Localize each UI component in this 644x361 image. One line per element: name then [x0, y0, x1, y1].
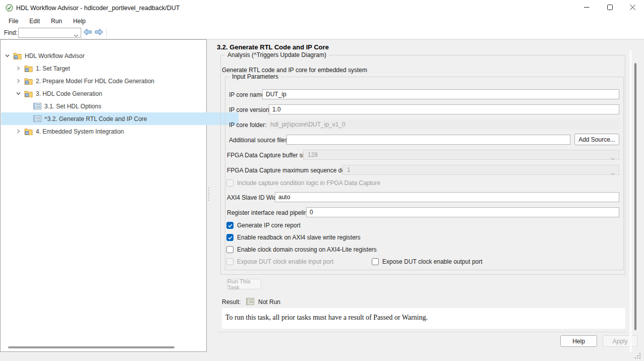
checkbox-expose-clock-output[interactable] — [372, 258, 379, 265]
workflow-folder-icon — [24, 78, 33, 85]
menu-file[interactable]: File — [3, 17, 24, 26]
find-previous-button[interactable] — [82, 28, 93, 37]
checkbox-generate-ip-core-report[interactable] — [226, 222, 233, 229]
task-description: Generate RTL code and IP core for embedd… — [222, 67, 367, 74]
tree-item-set-hdl-options[interactable]: 3.1. Set HDL Options — [1, 100, 239, 112]
additional-source-files-input[interactable] — [286, 135, 570, 145]
forward-arrow-icon — [94, 28, 104, 37]
close-icon — [630, 5, 635, 12]
vertical-scrollbar-thumb[interactable] — [634, 63, 636, 330]
menu-run[interactable]: Run — [45, 17, 68, 26]
maximize-icon — [607, 5, 613, 12]
tree-item-label: 3. HDL Code Generation — [36, 90, 102, 97]
maximize-button[interactable] — [598, 0, 621, 16]
chevron-down-icon[interactable] — [4, 53, 10, 59]
apply-button: Apply — [603, 335, 637, 347]
title-bar: HDL Workflow Advisor - hdlcoder_portleve… — [0, 0, 644, 16]
checkbox-expose-clock-input — [226, 258, 233, 265]
chevron-right-icon[interactable] — [15, 129, 21, 135]
resize-grip-icon[interactable] — [634, 352, 641, 360]
enable-clock-domain-crossing-label: Enable clock domain crossing on AXI4-Lit… — [237, 246, 377, 253]
window-title: HDL Workflow Advisor - hdlcoder_portleve… — [16, 5, 180, 12]
fpga-max-sequence-depth-combobox: 1 — [342, 165, 619, 175]
workflow-folder-icon — [13, 52, 22, 59]
tree-item-label: 1. Set Target — [36, 65, 70, 72]
tree-item-label: ^3.2. Generate RTL Code and IP Core — [44, 115, 147, 123]
find-next-button[interactable] — [94, 28, 104, 37]
tree-item-label: HDL Workflow Advisor — [25, 52, 85, 59]
additional-source-files-label: Additional source files: — [229, 137, 289, 144]
expose-clock-input-row: Expose DUT clock enable input port — [226, 258, 333, 265]
minimize-button[interactable] — [575, 0, 598, 16]
footer-separator — [217, 332, 626, 332]
task-message-text: To run this task, all prior tasks must h… — [225, 314, 428, 322]
ip-core-folder-value: hdl_prj\ipcore\DUT_ip_v1_0 — [266, 119, 619, 130]
ip-core-version-label: IP core version: — [229, 106, 271, 113]
expose-clock-output-row[interactable]: Expose DUT clock enable output port — [372, 258, 483, 265]
task-list-icon — [33, 103, 41, 109]
minimize-icon — [584, 5, 590, 12]
find-combobox[interactable] — [18, 28, 81, 38]
chevron-down-icon[interactable] — [74, 32, 79, 39]
ip-core-name-input[interactable] — [262, 89, 619, 99]
close-button[interactable] — [621, 0, 644, 16]
enable-readback-row[interactable]: Enable readback on AXI4 slave write regi… — [226, 234, 361, 241]
checkbox-include-capture-condition — [226, 179, 233, 187]
run-this-task-button: Run This Task — [227, 279, 261, 289]
input-parameters-legend: Input Parameters — [229, 73, 281, 80]
enable-clock-domain-crossing-row[interactable]: Enable clock domain crossing on AXI4-Lit… — [226, 246, 377, 253]
ip-core-version-input[interactable] — [269, 104, 619, 114]
tree-item-label: 4. Embedded System Integration — [36, 128, 124, 135]
add-source-button[interactable]: Add Source... — [574, 134, 619, 145]
tree-item-embedded-system-integration[interactable]: 4. Embedded System Integration — [1, 125, 220, 138]
chevron-down-icon[interactable] — [15, 91, 21, 97]
workflow-folder-icon — [24, 90, 33, 97]
workflow-tree-panel: HDL Workflow Advisor 1. Set Target 2. Pr… — [0, 39, 207, 352]
result-label: Result: — [222, 298, 241, 306]
generate-ip-core-report-row[interactable]: Generate IP core report — [226, 222, 301, 229]
fpga-buffer-size-combobox: 128 — [303, 150, 619, 160]
include-capture-condition-row: Include capture condition logic in FPGA … — [226, 179, 380, 187]
back-arrow-icon — [83, 28, 92, 37]
include-capture-condition-label: Include capture condition logic in FPGA … — [237, 179, 380, 187]
enable-readback-label: Enable readback on AXI4 slave write regi… — [237, 234, 361, 241]
tree-item-root[interactable]: HDL Workflow Advisor — [1, 49, 209, 62]
fpga-buffer-size-value: 128 — [308, 151, 318, 158]
workflow-folder-icon — [24, 65, 33, 72]
fpga-buffer-size-label: FPGA Data Capture buffer size: — [227, 152, 312, 159]
expose-clock-output-label: Expose DUT clock enable output port — [382, 258, 483, 265]
tree-item-prepare-model[interactable]: 2. Prepare Model For HDL Code Generation — [1, 75, 220, 87]
fpga-max-sequence-depth-value: 1 — [347, 166, 350, 173]
checkbox-enable-readback[interactable] — [226, 234, 233, 241]
app-icon — [5, 4, 14, 14]
tree-item-label: 2. Prepare Model For HDL Code Generation — [36, 78, 154, 85]
menu-edit[interactable]: Edit — [24, 17, 45, 26]
tree-item-set-target[interactable]: 1. Set Target — [1, 62, 220, 75]
horizontal-scrollbar-thumb[interactable] — [8, 346, 174, 348]
chevron-right-icon[interactable] — [15, 78, 21, 84]
tree-item-hdl-code-generation[interactable]: 3. HDL Code Generation — [1, 87, 220, 100]
find-input[interactable] — [20, 29, 74, 38]
toolbar-separator — [106, 28, 107, 37]
task-list-icon — [33, 115, 41, 122]
ip-core-folder-label: IP core folder: — [229, 122, 266, 129]
fpga-max-sequence-depth-label: FPGA Data Capture maximum sequence depth… — [227, 167, 355, 174]
axi4-slave-id-width-input[interactable] — [275, 192, 619, 202]
register-read-pipeline-label: Register interface read pipeline — [227, 209, 311, 216]
menu-help[interactable]: Help — [68, 17, 91, 26]
task-message-box: To run this task, all prior tasks must h… — [222, 308, 625, 329]
analysis-groupbox-legend: Analysis (^Triggers Update Diagram) — [225, 51, 329, 58]
find-label: Find: — [4, 29, 18, 36]
help-button[interactable]: Help — [560, 335, 597, 347]
chevron-right-icon[interactable] — [15, 66, 21, 72]
register-read-pipeline-input[interactable] — [306, 207, 619, 217]
generate-ip-core-report-label: Generate IP core report — [237, 222, 301, 229]
ip-core-name-label: IP core name: — [229, 91, 266, 98]
panel-splitter-handle[interactable] — [207, 187, 210, 202]
menu-bar: File Edit Run Help — [0, 16, 644, 27]
result-task-icon — [246, 298, 254, 307]
checkbox-enable-clock-domain-crossing[interactable] — [226, 246, 233, 253]
tree-item-generate-rtl-ip-core[interactable]: ^3.2. Generate RTL Code and IP Core — [1, 112, 239, 125]
chevron-down-icon — [610, 154, 615, 163]
result-value: Not Run — [258, 298, 280, 306]
